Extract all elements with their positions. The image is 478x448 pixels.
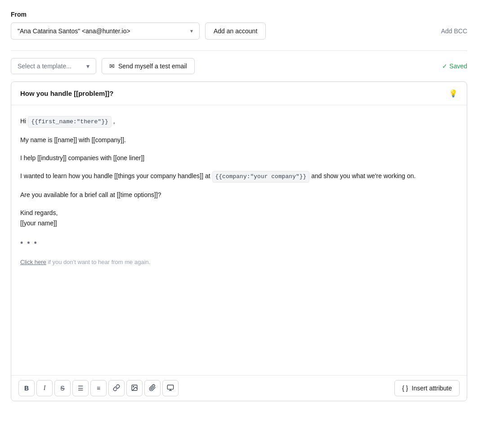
lightbulb-icon[interactable]: 💡 — [449, 89, 458, 98]
from-account-value: "Ana Catarina Santos" <ana@hunter.io> — [18, 27, 130, 35]
add-account-button[interactable]: Add an account — [205, 22, 266, 40]
image-icon — [131, 384, 138, 393]
attach-icon — [149, 384, 156, 393]
check-icon: ✓ — [442, 63, 447, 70]
template-placeholder: Select a template... — [18, 63, 71, 70]
chevron-down-icon: ▾ — [190, 28, 193, 34]
body-call: Are you available for a brief call at [[… — [20, 190, 458, 201]
email-composer: How you handle [[problem]]? 💡 Hi {{first… — [11, 81, 467, 401]
email-body[interactable]: Hi {{first_name:"there"}} , My name is [… — [11, 105, 467, 375]
format-tools-group: B I S ☰ ≡ — [18, 380, 179, 396]
body-learn: I wanted to learn how you handle [[thing… — [20, 171, 458, 183]
unsubscribe-row: Click here if you don't want to hear fro… — [20, 257, 458, 267]
email-toolbar: Select a template... ▾ ✉ Send myself a t… — [11, 58, 467, 74]
unsubscribe-message: if you don't want to hear from me again. — [48, 259, 150, 265]
from-section: From "Ana Catarina Santos" <ana@hunter.i… — [11, 11, 467, 40]
insert-attr-label: Insert attribute — [412, 385, 452, 392]
body-greeting: Hi {{first_name:"there"}} , — [20, 116, 458, 128]
attach-button[interactable] — [144, 380, 161, 396]
email-subject-row: How you handle [[problem]]? 💡 — [11, 82, 467, 105]
insert-attr-icon: { } — [402, 385, 408, 392]
saved-status: ✓ Saved — [442, 63, 467, 70]
test-email-label: Send myself a test email — [118, 63, 187, 70]
body-help: I help [[industry]] companies with [[one… — [20, 153, 458, 164]
chevron-down-icon: ▾ — [86, 63, 89, 70]
svg-point-1 — [133, 386, 134, 387]
template-select[interactable]: Select a template... ▾ — [11, 58, 96, 74]
bold-button[interactable]: B — [18, 380, 35, 396]
numbered-list-button[interactable]: ≡ — [90, 380, 107, 396]
body-intro: My name is [[name]] with [[company]]. — [20, 135, 458, 146]
test-email-button[interactable]: ✉ Send myself a test email — [102, 58, 195, 74]
company-variable[interactable]: {{company:"your company"}} — [212, 171, 310, 183]
first-name-variable[interactable]: {{first_name:"there"}} — [28, 116, 112, 128]
from-account-select[interactable]: "Ana Catarina Santos" <ana@hunter.io> ▾ — [11, 22, 200, 40]
link-icon — [113, 384, 120, 393]
video-button[interactable] — [162, 380, 179, 396]
bullet-icon: ☰ — [78, 385, 84, 392]
section-divider — [11, 50, 467, 51]
numbered-icon: ≡ — [97, 385, 100, 392]
email-dots: • • • — [20, 236, 458, 250]
saved-label: Saved — [449, 63, 467, 70]
bullet-list-button[interactable]: ☰ — [72, 380, 89, 396]
italic-button[interactable]: I — [36, 380, 53, 396]
insert-attribute-button[interactable]: { } Insert attribute — [394, 380, 460, 396]
from-label: From — [11, 11, 467, 18]
body-closing: Kind regards, [[your name]] — [20, 208, 458, 229]
video-icon — [167, 384, 174, 393]
formatting-toolbar: B I S ☰ ≡ — [11, 375, 467, 401]
add-bcc-button[interactable]: Add BCC — [441, 27, 467, 35]
strikethrough-icon: S — [60, 385, 64, 392]
envelope-icon: ✉ — [109, 63, 115, 70]
link-button[interactable] — [108, 380, 125, 396]
svg-rect-2 — [167, 385, 173, 389]
image-button[interactable] — [126, 380, 143, 396]
email-subject[interactable]: How you handle [[problem]]? — [20, 90, 114, 97]
unsubscribe-link[interactable]: Click here — [20, 259, 46, 265]
strikethrough-button[interactable]: S — [54, 380, 71, 396]
